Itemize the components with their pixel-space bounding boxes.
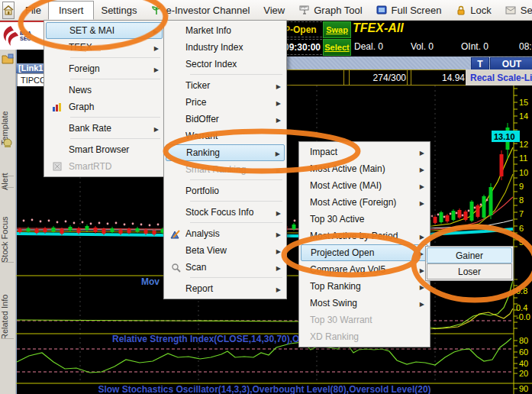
menu-graph-tool-label: Graph Tool bbox=[314, 5, 362, 16]
menu-lock-label: Lock bbox=[470, 5, 491, 16]
item-label: TFEX bbox=[69, 42, 151, 53]
menu-item-top-30-active[interactable]: Top 30 Active bbox=[301, 211, 428, 228]
item-label: Graph bbox=[69, 102, 159, 112]
menu-item-analysis[interactable]: Analysis bbox=[166, 225, 285, 242]
menu-item-most-swing[interactable]: Most Swing bbox=[301, 295, 428, 312]
menu-item-news[interactable]: News bbox=[46, 82, 163, 98]
menu-item-report[interactable]: Report bbox=[166, 280, 285, 297]
submenu-arrow-icon bbox=[151, 123, 159, 134]
svg-text:10: 10 bbox=[519, 168, 528, 177]
item-label: Impact bbox=[310, 147, 417, 157]
menu-item-ticker[interactable]: Ticker bbox=[166, 77, 285, 94]
menu-item-tfex[interactable]: TFEX bbox=[46, 39, 163, 56]
menu-full-screen[interactable]: Full Screen bbox=[369, 2, 449, 19]
menu-item-scan[interactable]: Scan bbox=[166, 259, 285, 276]
item-label: Industry Index bbox=[185, 42, 281, 53]
svg-text:0.4: 0.4 bbox=[516, 303, 527, 312]
menu-separator bbox=[70, 117, 160, 118]
menu-insert-label: Insert bbox=[59, 5, 84, 16]
item-label: Report bbox=[185, 283, 273, 294]
item-label: Top Ranking bbox=[310, 281, 417, 292]
menu-item-warrant[interactable]: Warrant bbox=[166, 128, 285, 144]
menu-item-ranking[interactable]: Ranking bbox=[166, 144, 285, 161]
menu-item-industry-index[interactable]: Industry Index bbox=[166, 39, 285, 56]
recal-scale-button[interactable]: Recal Scale-Lin bbox=[466, 69, 532, 86]
submenu-arrow-icon bbox=[417, 180, 424, 191]
menu-graph-tool[interactable]: Graph Tool bbox=[292, 2, 369, 19]
menu-item-compare-avg-vol5[interactable]: Compare Avg Vol5 bbox=[301, 261, 428, 278]
item-label: Portfolio bbox=[185, 186, 281, 196]
sidebar-item-related-info[interactable]: Related Info bbox=[0, 277, 15, 357]
menu-item-sector-index[interactable]: Sector Index bbox=[166, 56, 285, 73]
menu-item-most-active-foreign[interactable]: Most Active (Foreign) bbox=[301, 194, 428, 211]
svg-text:13.10: 13.10 bbox=[494, 132, 515, 141]
menu-item-loser[interactable]: Loser bbox=[427, 263, 512, 279]
submenu-arrow-icon bbox=[417, 163, 424, 174]
item-label: Price bbox=[185, 97, 273, 108]
swap-button[interactable]: Swap bbox=[323, 21, 351, 38]
smartrtd-icon bbox=[46, 162, 69, 171]
item-label: SmartRTD bbox=[69, 161, 159, 172]
menu-item-price[interactable]: Price bbox=[166, 94, 285, 111]
menu-item-graph[interactable]: Graph bbox=[46, 98, 163, 115]
menu-item-impact[interactable]: Impact bbox=[301, 144, 428, 160]
svg-text:14: 14 bbox=[519, 111, 528, 121]
set-mai-submenu: Market Info Industry Index Sector Index … bbox=[163, 20, 287, 299]
svg-text:40: 40 bbox=[519, 359, 528, 368]
menu-item-gainer[interactable]: Gainer bbox=[427, 247, 512, 263]
menu-separator bbox=[190, 179, 282, 180]
svg-text:9: 9 bbox=[519, 182, 524, 191]
submenu-arrow-icon bbox=[273, 228, 281, 239]
menu-item-projected-open[interactable]: Projected Open bbox=[301, 244, 428, 261]
menu-item-portfolio[interactable]: Portfolio bbox=[166, 182, 285, 199]
menu-separator bbox=[190, 201, 282, 202]
menu-insert[interactable]: Insert bbox=[48, 1, 95, 20]
tab-label: TIPCO bbox=[21, 76, 47, 85]
menu-item-beta-view[interactable]: Beta View bbox=[166, 242, 285, 259]
item-label: Loser bbox=[458, 266, 481, 277]
submenu-arrow-icon bbox=[151, 42, 159, 53]
sidebar-item-stock-focus[interactable]: Stock Focus bbox=[0, 199, 15, 279]
menu-item-smart-ranking: Smart Ranking bbox=[166, 161, 285, 178]
menu-item-market-info[interactable]: Market Info bbox=[166, 22, 285, 39]
menu-item-bank-rate[interactable]: Bank Rate bbox=[46, 120, 163, 137]
menu-einvestor[interactable]: e-Investor Channel bbox=[143, 2, 256, 19]
rail-separator bbox=[2, 338, 14, 339]
menu-settings-label: Settings bbox=[101, 5, 137, 16]
insert-dropdown-menu: SET & MAI TFEX Foreign News Graph Bank R… bbox=[44, 20, 165, 177]
menu-separator bbox=[190, 74, 282, 75]
menubar: File Insert Settings e-Investor Channel … bbox=[0, 0, 532, 21]
home-icon bbox=[3, 5, 14, 15]
item-label: Smart Browser bbox=[69, 144, 159, 155]
menu-item-bidoffer[interactable]: BidOffer bbox=[166, 111, 285, 128]
last-value-cell: 14.94 bbox=[407, 69, 470, 86]
svg-text:20: 20 bbox=[519, 369, 528, 378]
logo-line1: BUA bbox=[20, 31, 31, 36]
select-button[interactable]: Select bbox=[323, 39, 351, 56]
clock-value: 08:0 bbox=[519, 41, 532, 52]
menu-view-label: View bbox=[263, 5, 285, 16]
svg-text:11: 11 bbox=[519, 153, 527, 163]
menu-view[interactable]: View bbox=[256, 2, 292, 19]
menu-item-top-ranking[interactable]: Top Ranking bbox=[301, 278, 428, 295]
submenu-arrow-icon bbox=[150, 25, 158, 36]
menu-lock[interactable]: Lock bbox=[448, 2, 498, 19]
menu-item-most-active-main[interactable]: Most Active (Main) bbox=[301, 160, 428, 177]
menu-settings[interactable]: Settings bbox=[94, 2, 143, 19]
menu-file[interactable]: File bbox=[18, 2, 48, 19]
submenu-arrow-icon bbox=[417, 264, 424, 275]
mail-icon bbox=[505, 5, 517, 15]
menu-item-most-active-by-period[interactable]: Most Active by Period bbox=[301, 228, 428, 244]
menu-item-smart-browser[interactable]: Smart Browser bbox=[46, 141, 163, 158]
menu-item-set-mai[interactable]: SET & MAI bbox=[46, 22, 163, 39]
menu-item-foreign[interactable]: Foreign bbox=[46, 60, 163, 77]
menu-send-feedback[interactable]: Send Feedback bbox=[498, 2, 532, 19]
ratio-cell: 274/300 bbox=[343, 69, 411, 86]
submenu-arrow-icon bbox=[273, 80, 281, 91]
home-button[interactable] bbox=[2, 2, 15, 19]
menu-item-stock-focus-info[interactable]: Stock Focus Info bbox=[166, 204, 285, 221]
menu-full-screen-label: Full Screen bbox=[392, 5, 442, 16]
submenu-arrow-icon bbox=[273, 97, 281, 108]
menu-item-most-active-mai[interactable]: Most Active (MAI) bbox=[301, 177, 428, 194]
item-label: Analysis bbox=[185, 228, 273, 239]
